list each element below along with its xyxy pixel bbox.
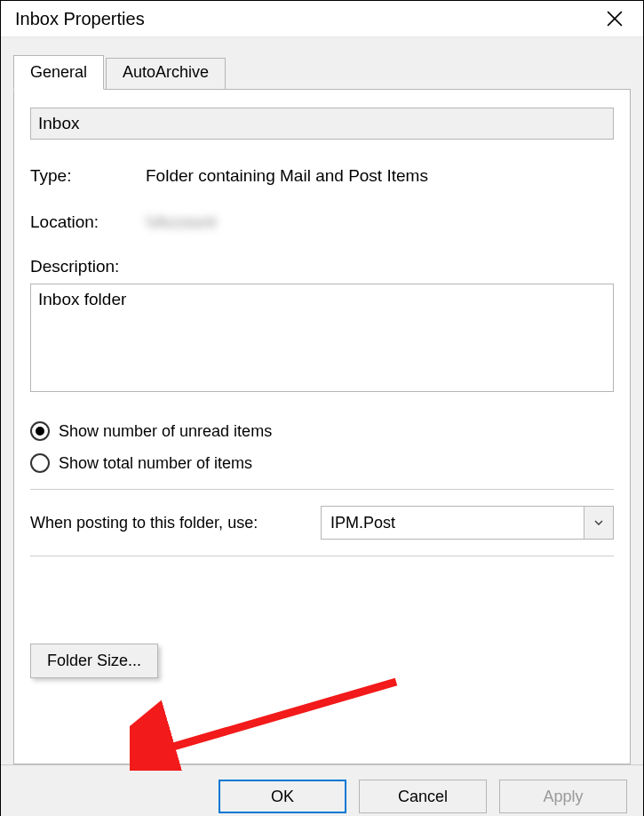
radio-icon [30,453,50,473]
tab-panel-general: Inbox Type: Folder containing Mail and P… [13,89,631,764]
window-title: Inbox Properties [15,9,597,29]
divider [30,556,614,556]
description-textarea[interactable]: Inbox folder [30,284,614,392]
ok-button[interactable]: OK [219,780,346,813]
location-value: \\Account [146,212,216,232]
tab-strip: General AutoArchive [13,55,631,90]
posting-label: When posting to this folder, use: [30,514,258,532]
row-type: Type: Folder containing Mail and Post It… [30,166,614,186]
row-location: Location: \\Account [30,212,614,232]
chevron-down-icon [584,506,614,540]
radio-show-total-label: Show total number of items [59,454,252,473]
titlebar: Inbox Properties [1,1,643,37]
radio-show-total[interactable]: Show total number of items [30,453,614,473]
radio-icon [30,421,50,441]
type-value: Folder containing Mail and Post Items [146,166,428,186]
divider [30,489,614,490]
properties-dialog: Inbox Properties General AutoArchive Inb… [0,0,644,816]
dialog-button-row: OK Cancel Apply [1,764,643,816]
close-icon [607,11,623,27]
row-description: Description: Inbox folder [30,257,614,396]
display-count-radio-group: Show number of unread items Show total n… [30,421,614,473]
folder-size-button[interactable]: Folder Size... [30,644,158,678]
type-label: Type: [30,166,146,186]
apply-button: Apply [499,780,627,813]
description-label: Description: [30,257,614,276]
posting-select[interactable]: IPM.Post [321,506,614,540]
close-button[interactable] [597,1,632,36]
radio-show-unread-label: Show number of unread items [59,422,272,441]
tab-autoarchive[interactable]: AutoArchive [106,58,226,90]
cancel-button[interactable]: Cancel [359,780,487,813]
location-label: Location: [30,212,146,232]
row-posting: When posting to this folder, use: IPM.Po… [30,506,614,540]
dialog-body: General AutoArchive Inbox Type: Folder c… [1,37,643,764]
folder-name-field[interactable]: Inbox [30,108,614,140]
tab-general[interactable]: General [13,55,104,90]
radio-show-unread[interactable]: Show number of unread items [30,421,614,441]
posting-select-value: IPM.Post [321,506,614,540]
